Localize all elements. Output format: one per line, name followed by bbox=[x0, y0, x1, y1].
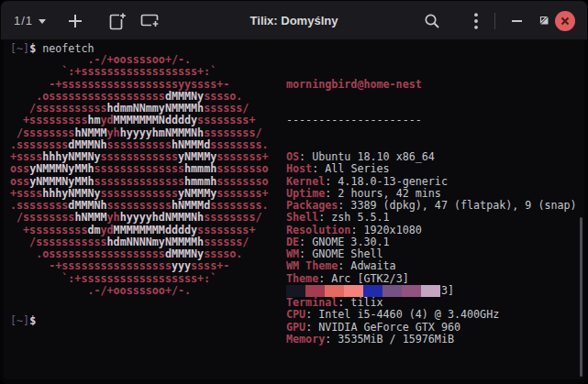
plus-icon bbox=[69, 15, 82, 27]
neofetch-ascii-logo: .-/+oossssoo+/-. `:+ssssssssssssssssss+:… bbox=[10, 54, 269, 297]
split-terminal-down-button[interactable] bbox=[137, 1, 164, 40]
neofetch-info-column: morningbird@home-nest ------------------… bbox=[286, 54, 577, 346]
kebab-menu-icon bbox=[474, 13, 478, 29]
neofetch-info-row: WM: GNOME Shell bbox=[286, 248, 577, 260]
neofetch-info-row: GPU: NVIDIA GeForce GTX 960 bbox=[286, 322, 577, 334]
neofetch-info-row: CPU: Intel i5-4460 (4) @ 3.400GHz bbox=[286, 309, 577, 321]
prompt-symbol: $ bbox=[29, 314, 36, 327]
neofetch-userhost: morningbird@home-nest bbox=[286, 78, 422, 91]
neofetch-info-row: Resolution: 1920x1080 bbox=[286, 225, 577, 236]
restore-icon bbox=[539, 16, 549, 26]
prompt-path: [~] bbox=[10, 314, 29, 327]
split-right-icon bbox=[109, 12, 127, 30]
session-indicator-label: 1/1 bbox=[14, 14, 33, 27]
minimize-button[interactable] bbox=[503, 1, 530, 40]
neofetch-info-row: Terminal: tilix bbox=[286, 297, 577, 309]
search-icon bbox=[424, 13, 440, 29]
palette-swatch bbox=[325, 285, 344, 297]
neofetch-color-palette bbox=[286, 285, 440, 297]
neofetch-info-row: Host: All Series bbox=[286, 163, 577, 175]
neofetch-info-row: Packages: 3389 (dpkg), 47 (flatpak), 9 (… bbox=[286, 200, 577, 212]
restore-button[interactable] bbox=[530, 1, 558, 40]
menu-button[interactable] bbox=[462, 1, 490, 40]
neofetch-info-row: Shell: zsh 5.5.1 bbox=[286, 212, 577, 224]
scrollbar-thumb[interactable] bbox=[580, 217, 582, 377]
neofetch-info-row: WM Theme: Adwaita bbox=[286, 260, 577, 272]
neofetch-info-row: DE: GNOME 3.30.1 bbox=[286, 236, 577, 248]
session-indicator-dropdown[interactable]: 1/1 bbox=[10, 1, 50, 40]
neofetch-info-row: OS: Ubuntu 18.10 x86_64 bbox=[286, 151, 577, 163]
minimize-icon bbox=[512, 20, 522, 22]
palette-swatch bbox=[383, 285, 402, 297]
split-terminal-right-button[interactable] bbox=[104, 1, 131, 40]
palette-swatch bbox=[402, 285, 421, 297]
palette-swatch bbox=[344, 285, 363, 297]
window-title: Tilix: Domyślny bbox=[175, 1, 414, 40]
chevron-down-icon bbox=[39, 19, 46, 24]
titlebar-separator bbox=[494, 13, 495, 29]
neofetch-info-row: Uptime: 2 hours, 42 mins bbox=[286, 188, 577, 200]
close-icon bbox=[560, 16, 570, 26]
search-button[interactable] bbox=[418, 1, 446, 40]
neofetch-separator: --------------------- bbox=[286, 114, 422, 126]
split-down-icon bbox=[140, 13, 161, 29]
tilix-window: 1/1 Tilix: Domyślny bbox=[0, 0, 588, 384]
palette-swatch bbox=[305, 285, 325, 297]
close-button[interactable] bbox=[555, 11, 575, 31]
neofetch-info-row: Memory: 3535MiB / 15976MiB bbox=[286, 334, 577, 346]
neofetch-info-row: Theme: Arc [GTK2/3] bbox=[286, 273, 577, 285]
titlebar: 1/1 Tilix: Domyślny bbox=[1, 1, 587, 40]
neofetch-info-row: Kernel: 4.18.0-13-generic bbox=[286, 176, 577, 188]
add-session-button[interactable] bbox=[61, 1, 89, 40]
palette-swatch bbox=[363, 285, 383, 297]
terminal-pane[interactable]: [~]$ neofetch .-/+oossssoo+/-. `:+ssssss… bbox=[4, 40, 584, 379]
shell-prompt-line-2: [~]$ bbox=[10, 315, 36, 327]
palette-swatch bbox=[286, 285, 305, 297]
palette-swatch bbox=[421, 285, 440, 297]
